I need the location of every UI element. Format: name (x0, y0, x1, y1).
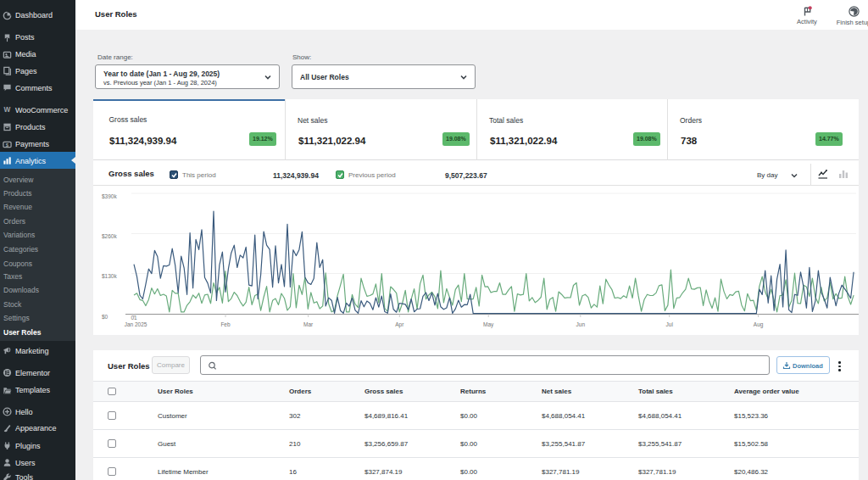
svg-text:$130k: $130k (102, 273, 117, 279)
svg-text:$0: $0 (102, 314, 108, 320)
svg-text:Aug: Aug (754, 321, 764, 328)
svg-text:Jul: Jul (666, 321, 674, 327)
svg-text:Jun: Jun (576, 321, 586, 327)
svg-text:$: $ (6, 142, 9, 147)
svg-text:Mar: Mar (303, 321, 314, 327)
svg-text:$260k: $260k (102, 233, 117, 239)
svg-text:W: W (4, 107, 11, 114)
svg-text:Feb: Feb (220, 321, 231, 327)
svg-text:01: 01 (131, 315, 137, 321)
svg-text:Apr: Apr (395, 321, 404, 328)
svg-text:Jan 2025: Jan 2025 (125, 321, 147, 327)
svg-text:$390k: $390k (102, 193, 117, 199)
svg-text:May: May (483, 321, 494, 328)
